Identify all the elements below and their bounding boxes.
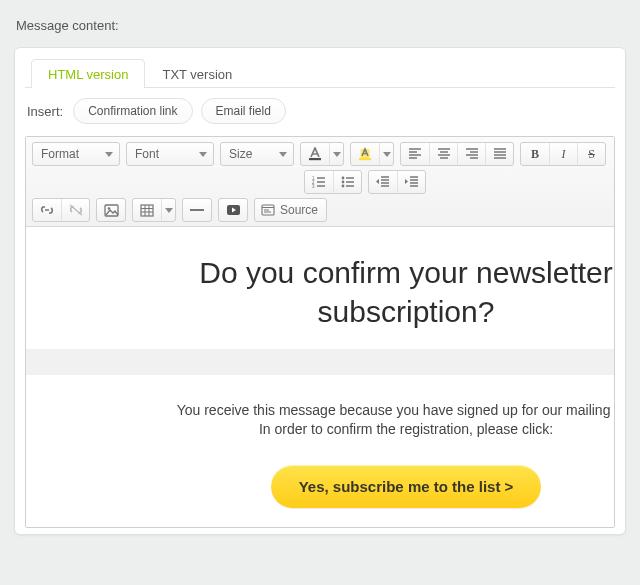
editor-canvas[interactable]: Do you confirm your newsletter subscript… (26, 227, 614, 527)
email-divider (26, 349, 614, 375)
svg-rect-2 (359, 158, 371, 160)
video-icon (226, 204, 241, 216)
outdent-button[interactable] (369, 171, 397, 193)
font-select[interactable]: Font (126, 142, 214, 166)
message-content-label: Message content: (16, 18, 626, 33)
unlink-button[interactable] (61, 199, 89, 221)
tabs: HTML version TXT version (25, 58, 615, 88)
tab-txt-version[interactable]: TXT version (145, 59, 249, 88)
size-select-label: Size (229, 147, 252, 161)
numbered-list-button[interactable]: 1 2 3 (305, 171, 333, 193)
source-button-label: Source (280, 203, 318, 217)
svg-rect-11 (141, 205, 153, 216)
align-left-icon (408, 148, 422, 160)
insert-toolbar: Insert: Confirmation link Email field (27, 98, 615, 124)
chevron-down-icon (105, 152, 113, 157)
text-color-icon (308, 147, 322, 161)
email-body: You receive this message because you hav… (126, 375, 614, 527)
chevron-down-icon (165, 208, 173, 213)
align-group (400, 142, 514, 166)
chevron-down-icon (383, 152, 391, 157)
hr-group (182, 198, 212, 222)
message-content-card: HTML version TXT version Insert: Confirm… (14, 47, 626, 535)
align-justify-button[interactable] (485, 143, 513, 165)
image-button[interactable] (97, 199, 125, 221)
bulleted-list-button[interactable] (333, 171, 361, 193)
text-color-group (300, 142, 344, 166)
text-color-button[interactable] (301, 143, 329, 165)
align-center-button[interactable] (429, 143, 457, 165)
size-select[interactable]: Size (220, 142, 294, 166)
confirm-cta-button[interactable]: Yes, subscribe me to the list > (271, 465, 542, 508)
indent-group (368, 170, 426, 194)
chevron-down-icon (279, 152, 287, 157)
source-group: Source (254, 198, 327, 222)
image-group (96, 198, 126, 222)
link-button[interactable] (33, 199, 61, 221)
table-button[interactable] (133, 199, 161, 221)
bg-color-icon (358, 147, 372, 161)
font-select-label: Font (135, 147, 159, 161)
bg-color-group (350, 142, 394, 166)
align-justify-icon (493, 148, 507, 160)
chevron-down-icon (333, 152, 341, 157)
list-group: 1 2 3 (304, 170, 362, 194)
svg-point-7 (341, 181, 344, 184)
outdent-icon (376, 176, 390, 188)
align-right-button[interactable] (457, 143, 485, 165)
media-group (218, 198, 248, 222)
link-group (32, 198, 90, 222)
format-select-label: Format (41, 147, 79, 161)
email-body-text[interactable]: You receive this message because you hav… (176, 401, 614, 439)
svg-rect-12 (190, 209, 204, 211)
rich-text-editor: Format Font Size (25, 136, 615, 528)
insert-email-field-button[interactable]: Email field (201, 98, 286, 124)
tab-html-version[interactable]: HTML version (31, 59, 145, 88)
table-icon (140, 204, 154, 217)
numbered-list-icon: 1 2 3 (312, 176, 326, 188)
align-left-button[interactable] (401, 143, 429, 165)
bulleted-list-icon (341, 176, 355, 188)
horizontal-rule-button[interactable] (183, 199, 211, 221)
email-heading[interactable]: Do you confirm your newsletter subscript… (166, 253, 614, 331)
align-center-icon (437, 148, 451, 160)
video-button[interactable] (219, 199, 247, 221)
svg-rect-0 (309, 158, 321, 160)
bg-color-dropdown[interactable] (379, 143, 393, 165)
unlink-icon (68, 203, 84, 217)
format-select[interactable]: Format (32, 142, 120, 166)
svg-point-8 (341, 185, 344, 188)
source-icon (261, 204, 275, 216)
align-right-icon (465, 148, 479, 160)
svg-point-6 (341, 177, 344, 180)
email-header: Do you confirm your newsletter subscript… (26, 227, 614, 349)
indent-button[interactable] (397, 171, 425, 193)
indent-icon (405, 176, 419, 188)
italic-button[interactable]: I (549, 143, 577, 165)
source-button[interactable]: Source (255, 199, 326, 221)
svg-text:3: 3 (312, 184, 315, 188)
bold-button[interactable]: B (521, 143, 549, 165)
text-color-dropdown[interactable] (329, 143, 343, 165)
table-dropdown[interactable] (161, 199, 175, 221)
strike-button[interactable]: S (577, 143, 605, 165)
editor-toolbar: Format Font Size (26, 137, 614, 227)
table-group (132, 198, 176, 222)
link-icon (39, 203, 55, 217)
bg-color-button[interactable] (351, 143, 379, 165)
image-icon (104, 204, 119, 217)
chevron-down-icon (199, 152, 207, 157)
horizontal-rule-icon (189, 207, 205, 213)
text-style-group: B I S (520, 142, 606, 166)
insert-confirmation-link-button[interactable]: Confirmation link (73, 98, 192, 124)
insert-label: Insert: (27, 104, 63, 119)
